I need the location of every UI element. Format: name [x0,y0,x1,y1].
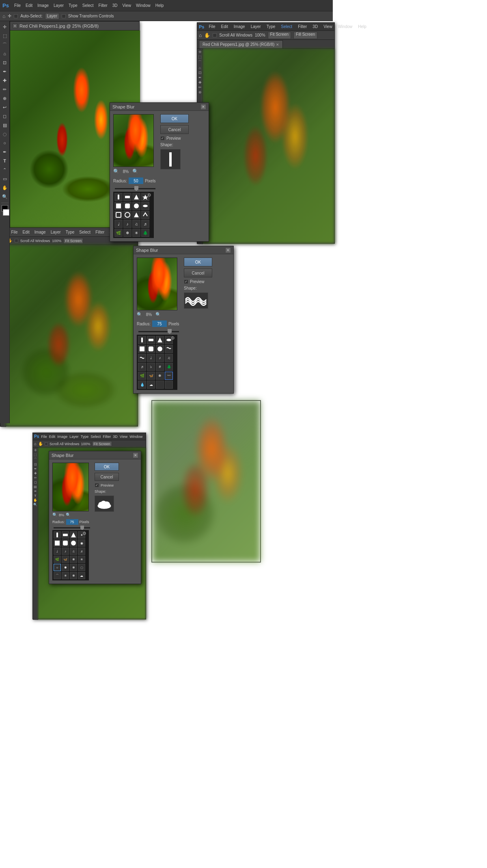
tool-select-rect[interactable]: ⬚ [1,32,9,40]
d3s8[interactable]: ♩ [54,548,61,555]
dialog3-zoom-in-icon[interactable]: 🔍 [66,513,71,517]
menu-3d[interactable]: 3D [111,3,119,8]
win4-hand-icon[interactable]: ✋ [38,442,43,446]
win4-t11[interactable]: T [34,494,37,498]
dialog1-slider-row[interactable] [113,187,157,190]
win2-fill-screen-btn[interactable]: Fill Screen [293,32,317,39]
d3s7[interactable]: ◉ [78,539,85,547]
win4-t4[interactable]: ⊡ [34,463,37,466]
win2-tab-1-close[interactable]: ✕ [276,43,279,47]
dialog2-slider-track[interactable] [138,331,179,332]
win3-scroll-check[interactable] [15,239,18,242]
win2-menu-help[interactable]: Help [357,24,368,29]
dialog1-shape-18[interactable]: ✳ [132,229,140,237]
tool-eraser[interactable]: ◻ [1,112,9,120]
dialog1-shape-12[interactable]: ♩ [114,220,123,228]
win4-t5[interactable]: ✒ [34,467,37,471]
d3s15[interactable]: ✳ [78,556,85,563]
tool-pen[interactable]: ✒ [1,148,9,156]
d3s4[interactable] [54,539,61,547]
dialog2-radius-input[interactable] [152,320,167,327]
menu-select[interactable]: Select [81,3,95,8]
win2-tab-1[interactable]: Red Chili Peppers1.jpg @ 25% (RGB/8) ✕ [199,40,283,48]
dialog1-shape-17[interactable]: ❄ [123,229,131,237]
win3-menu-image[interactable]: Image [33,230,47,234]
auto-select-checkbox[interactable] [14,14,18,18]
dialog3-ok-btn[interactable]: OK [95,463,119,471]
dialog2-shape-9[interactable]: ♩ [147,354,155,362]
dialog1-shape-15[interactable]: ♬ [141,220,149,228]
win2-tool-3[interactable]: ⌒ [198,60,202,65]
tool-type[interactable]: T [1,157,9,165]
dialog2-shape-22[interactable] [156,381,164,389]
win3-fit-btn[interactable]: Fit Screen [63,238,83,244]
menu-help[interactable]: Help [154,3,165,8]
tool-crop[interactable]: ⊡ [1,58,9,67]
dialog1-shape-2[interactable] [132,193,140,201]
menu-edit[interactable]: Edit [24,3,34,8]
win4-t2[interactable]: ⬚ [34,453,37,457]
dialog2-shape-7[interactable] [165,345,173,353]
win2-menu-filter[interactable]: Filter [297,24,308,29]
win2-menu-file[interactable]: File [207,24,216,29]
d3s5[interactable] [62,539,69,547]
d3s22[interactable]: ❄ [70,572,77,579]
dialog2-shape-19[interactable]: 〰 [165,372,173,380]
win2-menu-edit[interactable]: Edit [220,24,229,29]
layer-dropdown[interactable]: Layer [45,13,59,19]
menu-view[interactable]: View [121,3,133,8]
dialog1-zoom-in-icon[interactable]: 🔍 [132,169,138,174]
tool-dodge[interactable]: ○ [1,139,9,147]
d3s14[interactable]: ❄ [70,556,77,563]
win2-tool-2[interactable]: ⬚ [198,55,202,59]
win4-t13[interactable]: 🔍 [33,503,37,507]
dialog2-shape-23[interactable] [165,381,173,389]
move-tool-icon[interactable]: ✛ [8,13,11,19]
d3s23[interactable]: ☁ [78,572,85,579]
dialog2-shape-6[interactable] [156,345,164,353]
dialog1-shape-11[interactable] [141,211,149,219]
tool-brush[interactable]: ✏ [1,85,9,93]
win3-menu-select[interactable]: Select [78,230,92,234]
win4-image[interactable]: Image [57,435,67,439]
win3-menu-edit[interactable]: Edit [22,230,31,234]
menu-file[interactable]: File [13,3,22,8]
d3s10[interactable]: ♫ [70,548,77,555]
dialog3-slider-thumb[interactable] [80,526,84,530]
tool-move[interactable]: ✛ [1,23,9,31]
win2-tool-8[interactable]: ✏ [198,85,202,89]
dialog2-shape-15[interactable]: 🌲 [165,363,173,371]
win4-3d[interactable]: 3D [113,435,118,439]
dialog2-shape-10[interactable]: ♪ [156,354,164,362]
dialog2-shape-2[interactable] [156,336,164,344]
dialog3-preview-checkbox[interactable]: ✓ [95,483,99,487]
win4-home-icon[interactable]: ⌂ [34,442,37,446]
dialog2-shape-5[interactable] [147,345,155,353]
dialog2-slider-thumb[interactable] [168,329,172,334]
d3s11[interactable]: ♬ [78,548,85,555]
win4-t7[interactable]: ✏ [34,476,37,480]
dialog1-shape-10[interactable] [132,211,140,219]
dialog1-radius-input[interactable] [129,177,143,184]
dialog1-slider-thumb[interactable] [134,186,138,191]
tool-blur[interactable]: ◌ [1,130,9,138]
dialog1-shape-8[interactable] [114,211,123,219]
dialog3-gear-icon[interactable]: ⚙ [82,531,88,537]
tool-history[interactable]: ↩ [1,103,9,111]
menu-layer[interactable]: Layer [52,3,65,8]
d3s19[interactable]: ◌ [78,564,85,571]
win4-t10[interactable]: ✒ [34,489,37,493]
win4-t6[interactable]: ✚ [34,472,37,475]
d3s6[interactable] [70,539,77,547]
dialog3-radius-input[interactable] [66,519,78,525]
win1-close[interactable]: ✕ [13,24,17,28]
dialog1-gear-icon[interactable]: ⚙ [147,193,153,198]
dialog2-shape-20[interactable]: 💧 [138,381,146,389]
dialog2-slider-row[interactable] [137,330,181,333]
tool-wand[interactable]: ⌂ [1,50,9,58]
win2-tool-5[interactable]: ⊡ [198,71,202,75]
menu-type[interactable]: Type [67,3,79,8]
dialog3-slider-track[interactable] [54,527,90,528]
win2-menu-type[interactable]: Type [265,24,277,29]
win2-menu-select[interactable]: Select [280,24,293,29]
